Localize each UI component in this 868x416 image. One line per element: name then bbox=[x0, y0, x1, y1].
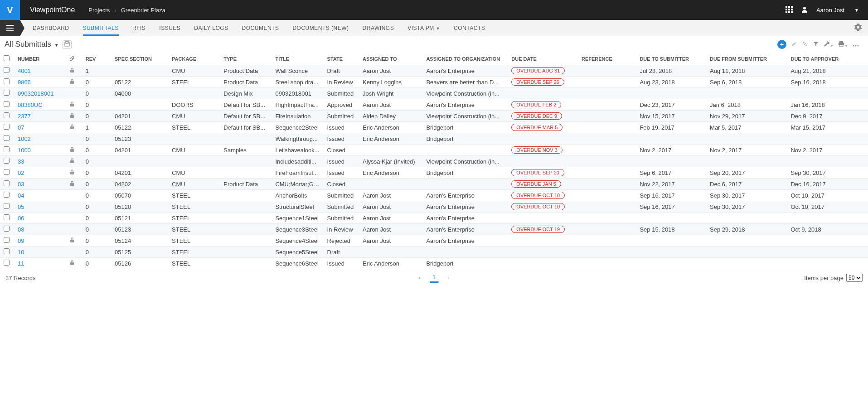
cell-number[interactable]: 09 bbox=[14, 235, 66, 247]
tab-documents[interactable]: DOCUMENTS bbox=[242, 20, 279, 36]
row-checkbox[interactable] bbox=[4, 248, 10, 254]
table-wrapper[interactable]: NUMBER REV SPEC SECTION PACKAGE TYPE TIT… bbox=[0, 53, 868, 269]
row-checkbox[interactable] bbox=[4, 124, 10, 130]
more-icon[interactable] bbox=[853, 41, 859, 48]
cell-number[interactable]: 03 bbox=[14, 179, 66, 190]
row-checkbox[interactable] bbox=[4, 101, 10, 107]
col-ref[interactable]: REFERENCE bbox=[578, 53, 636, 65]
table-row[interactable]: 9866005122STEELProduct DataSteel shop dr… bbox=[0, 77, 868, 88]
save-view-icon[interactable] bbox=[63, 40, 72, 49]
row-checkbox[interactable] bbox=[4, 67, 10, 73]
tab-documents-new-[interactable]: DOCUMENTS (NEW) bbox=[292, 20, 349, 36]
cell-number[interactable]: 11 bbox=[14, 258, 66, 269]
table-row[interactable]: 08005123STEELSequence3SteelIn ReviewAaro… bbox=[0, 224, 868, 235]
row-checkbox[interactable] bbox=[4, 226, 10, 232]
table-row[interactable]: 08380UC0DOORSDefault for SB...HighImpact… bbox=[0, 99, 868, 111]
row-checkbox[interactable] bbox=[4, 192, 10, 198]
table-row[interactable]: 1000004201CMUSamplesLet'shavealook...Clo… bbox=[0, 145, 868, 156]
table-row[interactable]: 04005070STEELAnchorBoltsSubmittedAaron J… bbox=[0, 190, 868, 201]
page-number[interactable]: 1 bbox=[430, 273, 438, 283]
table-row[interactable]: 2377004201CMUDefault for SB...FireInsula… bbox=[0, 111, 868, 122]
cell-number[interactable]: 02 bbox=[14, 167, 66, 179]
cell-number[interactable]: 10 bbox=[14, 247, 66, 258]
row-checkbox[interactable] bbox=[4, 169, 10, 175]
row-checkbox[interactable] bbox=[4, 78, 10, 84]
table-row[interactable]: 330Includesadditi...IssuedAlyssa Kjar (I… bbox=[0, 156, 868, 167]
breadcrumb-project[interactable]: Greenbrier Plaza bbox=[121, 7, 165, 14]
logo[interactable]: V bbox=[0, 0, 20, 20]
tab-issues[interactable]: ISSUES bbox=[159, 20, 180, 36]
breadcrumb-projects[interactable]: Projects bbox=[88, 7, 110, 14]
cell-number[interactable]: 9866 bbox=[14, 77, 66, 88]
tab-daily-logs[interactable]: DAILY LOGS bbox=[194, 20, 228, 36]
col-title[interactable]: TITLE bbox=[272, 53, 323, 65]
table-row[interactable]: 07105122STEELDefault for SB...Sequence2S… bbox=[0, 122, 868, 133]
cell-number[interactable]: 33 bbox=[14, 156, 66, 167]
username[interactable]: Aaron Jost bbox=[816, 7, 844, 14]
col-due-to-submitter[interactable]: DUE TO SUBMITTER bbox=[636, 53, 706, 65]
cell-number[interactable]: 08 bbox=[14, 224, 66, 235]
print-icon[interactable]: ▼ bbox=[838, 41, 848, 48]
apps-icon[interactable] bbox=[786, 6, 793, 15]
col-due-to-approver[interactable]: DUE TO APPROVER bbox=[787, 53, 868, 65]
tab-contacts[interactable]: CONTACTS bbox=[454, 20, 485, 36]
row-checkbox[interactable] bbox=[4, 237, 10, 243]
col-attachment[interactable] bbox=[66, 53, 82, 65]
tab-vista-pm[interactable]: VISTA PM▼ bbox=[407, 20, 440, 36]
next-page-icon[interactable]: → bbox=[445, 275, 450, 281]
prev-page-icon[interactable]: ← bbox=[418, 275, 423, 281]
tab-submittals[interactable]: SUBMITTALS bbox=[83, 20, 119, 36]
col-type[interactable]: TYPE bbox=[220, 53, 272, 65]
chevron-down-icon[interactable]: ▼ bbox=[854, 8, 859, 13]
filter-icon[interactable] bbox=[813, 41, 819, 48]
gear-icon[interactable] bbox=[854, 24, 862, 32]
row-checkbox[interactable] bbox=[4, 146, 10, 152]
menu-button[interactable] bbox=[0, 20, 20, 36]
tab-dashboard[interactable]: DASHBOARD bbox=[33, 20, 69, 36]
col-org[interactable]: ASSIGNED TO ORGANIZATION bbox=[422, 53, 508, 65]
col-assigned[interactable]: ASSIGNED TO bbox=[359, 53, 422, 65]
tab-rfis[interactable]: RFIS bbox=[132, 20, 145, 36]
table-row[interactable]: 06005121STEELSequence1SteelSubmittedAaro… bbox=[0, 213, 868, 224]
cell-number[interactable]: 05 bbox=[14, 201, 66, 213]
row-checkbox[interactable] bbox=[4, 112, 10, 118]
col-due-from-submitter[interactable]: DUE FROM SUBMITTER bbox=[706, 53, 787, 65]
wrench-icon[interactable]: ▼ bbox=[824, 41, 834, 48]
row-checkbox[interactable] bbox=[4, 180, 10, 186]
table-row[interactable]: 05005120STEELStructuralSteelSubmittedAar… bbox=[0, 201, 868, 213]
row-checkbox[interactable] bbox=[4, 158, 10, 164]
cell-number[interactable]: 07 bbox=[14, 122, 66, 133]
cell-number[interactable]: 08380UC bbox=[14, 99, 66, 111]
row-checkbox[interactable] bbox=[4, 90, 10, 96]
perpage-select[interactable]: 50 bbox=[846, 274, 863, 282]
col-spec[interactable]: SPEC SECTION bbox=[111, 53, 168, 65]
page-title[interactable]: All Submittals ▼ bbox=[5, 40, 59, 49]
col-due[interactable]: DUE DATE bbox=[508, 53, 578, 65]
col-state[interactable]: STATE bbox=[324, 53, 359, 65]
col-package[interactable]: PACKAGE bbox=[168, 53, 220, 65]
table-row[interactable]: 10005125STEELSequence5SteelDraft bbox=[0, 247, 868, 258]
cell-number[interactable]: 1000 bbox=[14, 145, 66, 156]
table-row[interactable]: 02004201CMUFireFoamInsul...IssuedEric An… bbox=[0, 167, 868, 179]
row-checkbox[interactable] bbox=[4, 260, 10, 266]
edit-icon[interactable] bbox=[791, 41, 797, 48]
add-button[interactable]: + bbox=[777, 40, 786, 49]
cell-number[interactable]: 04 bbox=[14, 190, 66, 201]
row-checkbox[interactable] bbox=[4, 135, 10, 141]
table-row[interactable]: 03004202CMUProduct DataCMU;Mortar;Gr...C… bbox=[0, 179, 868, 190]
cell-number[interactable]: 4001 bbox=[14, 65, 66, 77]
table-row[interactable]: 09005124STEELSequence4SteelRejectedAaron… bbox=[0, 235, 868, 247]
table-row[interactable]: 09032018001004000Design Mix09032018001Su… bbox=[0, 88, 868, 99]
col-checkbox[interactable] bbox=[0, 53, 14, 65]
row-checkbox[interactable] bbox=[4, 214, 10, 220]
table-row[interactable]: 11005126STEELSequence6SteelIssuedEric An… bbox=[0, 258, 868, 269]
table-row[interactable]: 40011CMUProduct DataWall SconceDraftAaro… bbox=[0, 65, 868, 77]
col-number[interactable]: NUMBER bbox=[14, 53, 66, 65]
link-icon[interactable] bbox=[802, 41, 808, 48]
row-checkbox[interactable] bbox=[4, 203, 10, 209]
cell-number[interactable]: 09032018001 bbox=[14, 88, 66, 99]
cell-number[interactable]: 1002 bbox=[14, 133, 66, 145]
table-row[interactable]: 1002005123Walkingthroug...IssuedEric And… bbox=[0, 133, 868, 145]
cell-number[interactable]: 2377 bbox=[14, 111, 66, 122]
col-rev[interactable]: REV bbox=[82, 53, 111, 65]
